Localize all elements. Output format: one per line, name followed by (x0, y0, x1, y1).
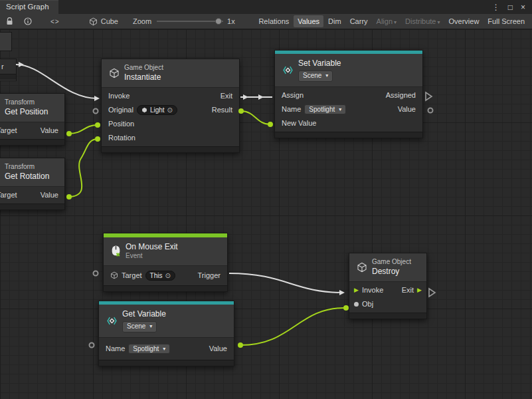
wire-control-3 (229, 273, 343, 293)
exit-port-label[interactable]: Exit (221, 92, 232, 100)
zoom-slider[interactable] (157, 17, 223, 25)
mouse-icon (111, 245, 121, 257)
zoom-slider-handle[interactable] (215, 18, 222, 25)
relations-button[interactable]: Relations (254, 15, 293, 27)
variable-name-dropdown[interactable]: Spotlight ▾ (128, 344, 170, 354)
value-port-label[interactable]: Value (398, 105, 416, 113)
value-port-label[interactable]: Value (209, 344, 227, 352)
target-port-label[interactable]: Target (122, 271, 142, 279)
port-circle-value-out[interactable] (428, 108, 433, 113)
wire-data-result-newvalue (241, 111, 270, 124)
node-fragment-top[interactable] (0, 32, 12, 51)
rotation-port-label[interactable]: Rotation (108, 134, 135, 142)
invoke-port-arrow-icon[interactable]: ▶ (354, 287, 359, 293)
node-header[interactable]: On Mouse Exit Event (104, 237, 227, 266)
port-arrow-assign (258, 94, 264, 100)
chevron-down-icon: ▾ (438, 19, 440, 25)
invoke-port-label[interactable]: Invoke (108, 92, 130, 100)
value-port-label[interactable]: Value (41, 191, 58, 199)
node-instantiate[interactable]: Game Object Instantiate Invoke Exit Orig… (101, 59, 240, 153)
obj-port-dot-icon[interactable] (354, 302, 359, 307)
node-footer (99, 360, 234, 366)
port-arrow-in (94, 96, 100, 101)
node-type-label: Game Object (372, 258, 411, 267)
variable-scope-dropdown[interactable]: Scene ▾ (298, 70, 333, 82)
node-title: Set Variable (298, 59, 341, 68)
port-triangle-destroy-exit[interactable] (429, 289, 435, 297)
menu-icon[interactable]: ⋮ (492, 3, 500, 12)
original-object-field[interactable]: Light ⊙ (137, 105, 177, 115)
wire-data-obj (240, 308, 345, 345)
obj-port-label[interactable]: Obj (362, 300, 373, 308)
node-footer (275, 132, 422, 138)
exit-port-label[interactable]: Exit (402, 286, 414, 294)
variable-icon (106, 315, 118, 327)
close-icon[interactable]: × (521, 3, 525, 12)
graph-context[interactable]: Cube (89, 17, 118, 26)
result-port-label[interactable]: Result (212, 106, 232, 114)
port-circle-name[interactable] (90, 343, 94, 348)
variable-scope-dropdown[interactable]: Scene ▾ (122, 321, 157, 332)
dim-button[interactable]: Dim (324, 15, 345, 27)
port-arrow-invoke (339, 290, 345, 295)
distribute-button[interactable]: Distribute▾ (401, 15, 444, 27)
node-header[interactable]: Set Variable Scene ▾ (275, 54, 422, 87)
port-arrow-out (19, 62, 24, 67)
node-title: Get Position (5, 107, 48, 117)
value-port-label[interactable]: Value (41, 126, 58, 134)
assign-port-label[interactable]: Assign (282, 91, 304, 99)
node-set-variable[interactable]: Set Variable Scene ▾ Assign Assigned Nam… (274, 50, 423, 138)
maximize-icon[interactable]: □ (508, 3, 513, 12)
tab-script-graph[interactable]: Script Graph (0, 0, 58, 14)
wires-layer (0, 29, 532, 399)
invoke-port-label[interactable]: Invoke (362, 286, 383, 294)
node-on-mouse-exit[interactable]: On Mouse Exit Event Target This ⊙ Trigge… (103, 233, 228, 292)
port-triangle-assigned[interactable] (426, 92, 432, 100)
node-get-position[interactable]: Transform Get Position Target Value (0, 93, 65, 146)
node-footer (104, 285, 227, 291)
node-header[interactable]: Game Object Instantiate (102, 59, 239, 88)
node-header[interactable]: Transform Get Position (0, 94, 64, 122)
node-type-label: Transform (5, 98, 48, 107)
node-fragment-wire-source[interactable]: r (0, 59, 17, 81)
exit-port-arrow-icon[interactable]: ▶ (417, 287, 422, 293)
values-button[interactable]: Values (294, 15, 323, 27)
port-circle-target[interactable] (94, 271, 98, 276)
node-title: Instantiate (124, 72, 163, 82)
position-port-label[interactable]: Position (108, 120, 134, 128)
cube-icon (89, 17, 98, 26)
original-port-label[interactable]: Original (108, 106, 133, 114)
graph-canvas[interactable]: r Transform Get Position Target Value (0, 29, 532, 399)
node-footer (349, 313, 426, 319)
chevron-down-icon: ▾ (325, 72, 328, 79)
lock-icon[interactable] (3, 17, 16, 25)
assigned-port-label[interactable]: Assigned (386, 91, 416, 99)
node-destroy[interactable]: Game Object Destroy ▶ Invoke Exit ▶ Obj (349, 253, 427, 319)
new-value-port-label[interactable]: New Value (282, 119, 316, 127)
target-port-label[interactable]: Target (0, 191, 17, 199)
object-picker-icon[interactable]: ⊙ (167, 106, 173, 114)
carry-button[interactable]: Carry (346, 15, 372, 27)
target-object-field[interactable]: This ⊙ (145, 271, 175, 281)
name-port-label[interactable]: Name (106, 344, 125, 352)
align-button[interactable]: Align▾ (373, 15, 400, 27)
info-icon[interactable] (21, 17, 35, 25)
node-header[interactable]: Get Variable Scene ▾ (99, 305, 234, 338)
original-object-name: Light (150, 106, 165, 114)
node-header[interactable]: Game Object Destroy (349, 253, 426, 282)
node-get-rotation[interactable]: Transform Get Rotation Target Value (0, 158, 65, 210)
variable-name-value: Spotlight (309, 106, 335, 113)
object-picker-icon[interactable]: ⊙ (165, 272, 170, 279)
overview-button[interactable]: Overview (445, 15, 484, 27)
node-header[interactable]: Transform Get Rotation (0, 158, 64, 187)
target-port-label[interactable]: Target (0, 126, 17, 134)
code-view-icon[interactable]: <> (50, 18, 60, 25)
port-row: Assign Assigned (275, 88, 422, 102)
name-port-label[interactable]: Name (282, 105, 301, 113)
variable-name-dropdown[interactable]: Spotlight ▾ (304, 104, 346, 114)
node-get-variable[interactable]: Get Variable Scene ▾ Name Spotlight ▾ Va… (98, 301, 234, 366)
full-screen-button[interactable]: Full Screen (484, 15, 529, 27)
trigger-port-label[interactable]: Trigger (198, 271, 221, 279)
port-circle-original[interactable] (94, 109, 98, 114)
node-footer (0, 139, 64, 145)
